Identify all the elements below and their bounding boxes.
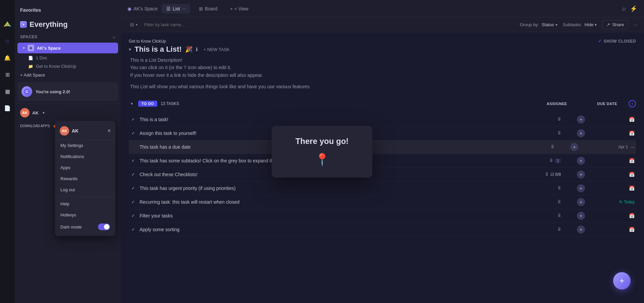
popup-title: There you go! <box>282 137 362 146</box>
dropdown-bottom-section: Help Hotkeys Dark mode <box>55 197 115 233</box>
dropdown-user-info: AK AK <box>60 126 78 136</box>
dropdown-close-button[interactable]: × <box>108 128 111 134</box>
my-settings-item[interactable]: My Settings <box>55 140 115 151</box>
dropdown-user-name: AK <box>72 128 78 134</box>
dark-mode-toggle[interactable] <box>98 223 110 230</box>
popup-icon: 📍 <box>282 153 362 167</box>
dropdown-menu: AK AK × My Settings Notifications Apps R… <box>55 121 115 236</box>
logout-item[interactable]: Log out <box>55 184 115 195</box>
toggle-thumb <box>104 224 109 230</box>
help-item[interactable]: Help <box>55 198 115 209</box>
dark-mode-label: Dark mode <box>60 224 82 230</box>
dropdown-header: AK AK × <box>55 123 115 140</box>
rewards-item[interactable]: Rewards <box>55 173 115 184</box>
apps-item[interactable]: Apps <box>55 162 115 173</box>
dropdown-user-avatar: AK <box>60 126 69 136</box>
dark-mode-row: Dark mode <box>55 220 115 233</box>
popup-card: There you go! 📍 <box>272 126 372 178</box>
hotkeys-item[interactable]: Hotkeys <box>55 209 115 220</box>
notifications-item[interactable]: Notifications <box>55 151 115 162</box>
